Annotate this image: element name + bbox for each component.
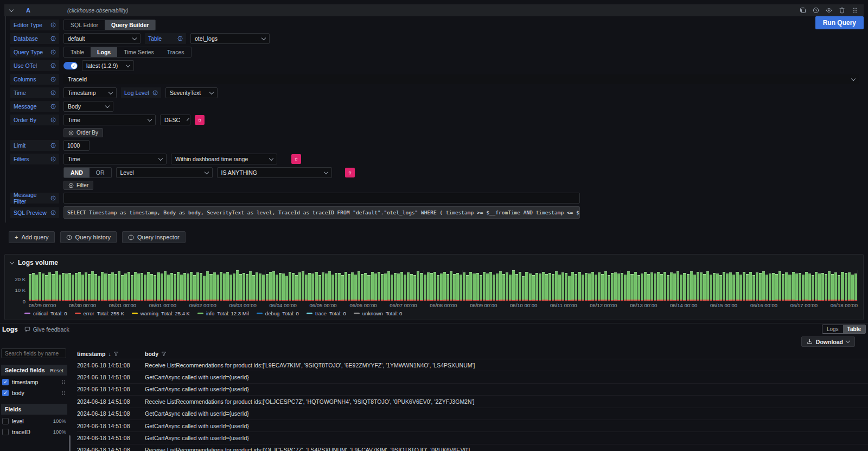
body-column-header[interactable]: body: [145, 351, 868, 357]
info-icon[interactable]: [152, 90, 158, 96]
filter2-field-select[interactable]: Level: [116, 167, 213, 178]
available-field-level: level100%: [2, 416, 66, 425]
database-select[interactable]: default: [63, 33, 141, 44]
add-filter-button[interactable]: Filter: [63, 181, 93, 190]
legend-item-trace[interactable]: traceTotal: 0: [307, 310, 346, 316]
legend-item-critical[interactable]: criticalTotal: 0: [24, 310, 67, 316]
hide-response-icon[interactable]: [826, 7, 832, 14]
give-feedback-link[interactable]: Give feedback: [24, 326, 69, 333]
table-row[interactable]: 2024-06-18 14:51:08Receive ListRecommend…: [77, 444, 868, 451]
volume-bar: [614, 272, 617, 301]
volume-bar: [525, 272, 528, 301]
collapse-panel-chevron-icon[interactable]: [10, 259, 14, 264]
editor-type-option-sql-editor[interactable]: SQL Editor: [64, 20, 105, 30]
info-icon[interactable]: [50, 210, 56, 215]
field-checkbox[interactable]: [2, 418, 9, 424]
table-row[interactable]: 2024-06-18 14:51:08GetCartAsync called w…: [77, 420, 868, 432]
drag-handle-icon[interactable]: [61, 390, 66, 396]
message-filter-input[interactable]: [63, 193, 580, 204]
otel-version-select[interactable]: latest (1.2.9): [82, 60, 134, 71]
sort-desc-icon[interactable]: ↓: [108, 351, 111, 357]
table-row[interactable]: 2024-06-18 14:51:08GetCartAsync called w…: [77, 371, 868, 383]
legend-name: trace: [315, 310, 327, 316]
legend-item-info[interactable]: infoTotal: 12.3 Mil: [197, 310, 249, 316]
info-icon[interactable]: [50, 117, 56, 123]
remove-order-by-button[interactable]: [195, 115, 205, 125]
table-row[interactable]: 2024-06-18 14:51:08GetCartAsync called w…: [77, 432, 868, 444]
view-option-logs[interactable]: Logs: [822, 325, 843, 333]
info-icon[interactable]: [50, 195, 56, 201]
drag-handle-icon[interactable]: [61, 379, 66, 385]
view-option-table[interactable]: Table: [843, 325, 865, 333]
query-type-option-time-series[interactable]: Time Series: [117, 47, 161, 57]
legend-item-debug[interactable]: debugTotal: 0: [257, 310, 299, 316]
drag-handle-icon[interactable]: [852, 7, 858, 14]
x-tick-label: 06/10 00:00: [510, 302, 537, 308]
log-level-column-select[interactable]: SeverityText: [165, 87, 218, 98]
sidebar-scrollbar[interactable]: [69, 435, 71, 451]
query-type-option-logs[interactable]: Logs: [91, 47, 117, 57]
field-checkbox[interactable]: [2, 429, 9, 435]
table-row[interactable]: 2024-06-18 14:51:08GetCartAsync called w…: [77, 408, 868, 420]
trash-icon: [348, 170, 352, 176]
info-icon[interactable]: [177, 36, 183, 41]
field-checkbox[interactable]: ✓: [2, 379, 9, 385]
search-fields-input[interactable]: [1, 348, 66, 358]
history-icon[interactable]: [813, 7, 819, 14]
order-by-field-select[interactable]: Time: [63, 115, 156, 125]
field-checkbox[interactable]: ✓: [2, 390, 9, 396]
filter1-field-select[interactable]: Time: [63, 154, 167, 164]
filter-funnel-icon[interactable]: [113, 351, 119, 357]
message-column-select[interactable]: Body: [63, 101, 113, 112]
collapse-query-chevron-icon[interactable]: [9, 7, 14, 11]
table-row[interactable]: 2024-06-18 14:51:08GetCartAsync called w…: [77, 384, 868, 396]
logs-volume-header[interactable]: Logs volume: [10, 258, 858, 268]
delete-query-icon[interactable]: [839, 7, 845, 14]
info-icon[interactable]: [50, 156, 56, 162]
query-row-header[interactable]: A (clickhouse-observability): [4, 4, 864, 16]
filter2-operator-select[interactable]: IS ANYTHING: [217, 167, 332, 178]
add-query-button[interactable]: + Add query: [9, 231, 55, 243]
timestamp-column-header[interactable]: timestamp ↓: [77, 351, 145, 357]
query-inspector-button[interactable]: Query inspector: [122, 231, 186, 243]
remove-filter1-button[interactable]: [291, 154, 301, 164]
volume-bar: [519, 272, 521, 301]
table-row[interactable]: 2024-06-18 14:51:08Receive ListRecommend…: [77, 359, 868, 371]
legend-total: Total: 0: [282, 310, 299, 316]
and-option[interactable]: AND: [64, 168, 90, 177]
query-history-button[interactable]: Query history: [60, 231, 117, 243]
field-percentage: 100%: [53, 429, 66, 435]
download-button[interactable]: Download: [801, 336, 855, 347]
add-order-by-button[interactable]: Order By: [63, 128, 103, 137]
info-icon[interactable]: [50, 90, 56, 96]
volume-bar: [598, 272, 601, 301]
duplicate-icon[interactable]: [800, 7, 806, 14]
info-icon[interactable]: [50, 36, 56, 41]
run-query-button[interactable]: Run Query: [815, 16, 864, 29]
filter1-operator-select[interactable]: Within dashboard time range: [171, 154, 277, 164]
table-row[interactable]: 2024-06-18 14:51:08Receive ListRecommend…: [77, 396, 868, 408]
time-column-select[interactable]: Timestamp: [63, 87, 117, 98]
query-type-option-traces[interactable]: Traces: [161, 47, 191, 57]
use-otel-toggle[interactable]: ✓: [63, 62, 78, 69]
legend-item-warning[interactable]: warningTotal: 25.4 K: [132, 310, 190, 316]
sql-preview-code[interactable]: SELECT Timestamp as timestamp, Body as b…: [63, 206, 580, 219]
info-icon[interactable]: [50, 77, 56, 82]
filter-funnel-icon[interactable]: [161, 351, 167, 357]
or-option[interactable]: OR: [90, 168, 111, 177]
reset-fields-button[interactable]: Reset: [50, 367, 63, 373]
info-icon[interactable]: [50, 143, 56, 148]
info-icon[interactable]: [50, 104, 56, 109]
order-direction-select[interactable]: DESC: [160, 115, 190, 125]
info-icon[interactable]: [50, 49, 56, 55]
query-type-option-table[interactable]: Table: [64, 47, 91, 57]
table-select[interactable]: otel_logs: [190, 33, 270, 44]
info-icon[interactable]: [50, 63, 56, 68]
columns-multiselect[interactable]: TraceId: [63, 74, 859, 84]
limit-input[interactable]: [63, 140, 90, 151]
legend-item-unknown[interactable]: unknownTotal: 0: [354, 310, 403, 316]
info-icon[interactable]: [50, 22, 56, 28]
legend-item-error[interactable]: errorTotal: 255 K: [75, 310, 124, 316]
editor-type-option-query-builder[interactable]: Query Builder: [105, 20, 155, 30]
remove-filter2-button[interactable]: [345, 168, 355, 177]
